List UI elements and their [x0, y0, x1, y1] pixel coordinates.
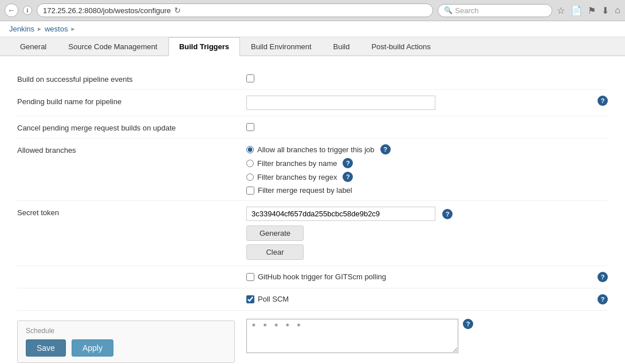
browser-toolbar: ☆ 📄 ⚑ ⬇ ⌂	[557, 5, 620, 16]
breadcrumb-westos[interactable]: westos	[45, 25, 68, 33]
browser-search[interactable]: 🔍 Search	[438, 4, 552, 17]
secret-token-label: Secret token	[17, 207, 246, 217]
poll-scm-control: Poll SCM ?	[246, 294, 608, 304]
schedule-help[interactable]: ?	[463, 319, 473, 329]
build-pipeline-row: Build on successful pipeline events	[17, 68, 608, 90]
filter-regex-help[interactable]: ?	[343, 172, 353, 182]
bookmark-icon[interactable]: ☆	[557, 5, 565, 16]
pocket-icon[interactable]: ⚑	[588, 5, 596, 16]
schedule-control: ?	[246, 319, 608, 353]
poll-scm-row: Poll SCM ?	[17, 288, 608, 311]
github-hook-control: GitHub hook trigger for GITScm polling ?	[246, 272, 608, 282]
radio-filter-regex: Filter branches by regex ?	[246, 172, 391, 182]
tab-build[interactable]: Build	[323, 37, 361, 56]
search-placeholder: Search	[455, 6, 478, 15]
radio-filter-label-text: Filter merge request by label	[258, 186, 352, 195]
github-hook-label: GitHub hook trigger for GITScm polling	[258, 272, 386, 281]
breadcrumb-sep-1: ►	[37, 26, 42, 32]
build-pipeline-checkbox[interactable]	[246, 74, 254, 82]
allowed-branches-control: Allow all branches to trigger this job ?…	[246, 144, 608, 195]
poll-scm-label: Poll SCM	[258, 295, 289, 303]
url-text: 172.25.26.2:8080/job/westos/configure	[43, 6, 171, 15]
pending-build-input[interactable]	[246, 96, 435, 110]
filter-name-help[interactable]: ?	[343, 158, 353, 168]
info-button[interactable]: i	[23, 6, 32, 15]
generate-button[interactable]: Generate	[246, 225, 304, 241]
allowed-branches-row: Allowed branches Allow all branches to t…	[17, 139, 608, 201]
pending-build-help[interactable]: ?	[598, 96, 608, 106]
back-button[interactable]: ←	[5, 3, 18, 17]
breadcrumb: Jenkins ► westos ►	[0, 21, 625, 37]
tab-build-env[interactable]: Build Environment	[240, 37, 323, 56]
breadcrumb-sep-2: ►	[70, 26, 76, 32]
radio-allow-all-label: Allow all branches to trigger this job	[257, 145, 375, 154]
schedule-label-area: Schedule Save Apply	[17, 319, 246, 363]
filter-label-checkbox[interactable]	[246, 187, 254, 195]
allowed-branches-label: Allowed branches	[17, 144, 246, 155]
page-content: General Source Code Management Build Tri…	[0, 37, 625, 364]
cancel-pending-control	[246, 122, 608, 131]
poll-scm-help[interactable]: ?	[598, 294, 608, 304]
poll-scm-spacer	[17, 294, 246, 296]
cancel-pending-row: Cancel pending merge request builds on u…	[17, 116, 608, 139]
radio-filter-regex-label: Filter branches by regex	[257, 173, 337, 181]
tab-source-code[interactable]: Source Code Management	[57, 37, 168, 56]
radio-allow-all-input[interactable]	[246, 146, 254, 153]
build-pipeline-label: Build on successful pipeline events	[17, 73, 246, 84]
build-pipeline-control	[246, 73, 608, 82]
tab-general[interactable]: General	[9, 37, 57, 56]
poll-scm-checkbox[interactable]	[246, 295, 254, 303]
cancel-pending-label: Cancel pending merge request builds on u…	[17, 122, 246, 132]
search-icon: 🔍	[444, 6, 453, 14]
github-hook-spacer	[17, 272, 246, 274]
branch-radio-group: Allow all branches to trigger this job ?…	[246, 144, 391, 195]
tab-build-triggers[interactable]: Build Triggers	[168, 37, 240, 56]
secret-token-control: ? Generate Clear	[246, 207, 608, 260]
cancel-pending-checkbox[interactable]	[246, 123, 254, 131]
github-hook-checkbox[interactable]	[246, 273, 254, 281]
radio-filter-name-label: Filter branches by name	[257, 159, 337, 168]
browser-chrome: ← i 172.25.26.2:8080/job/westos/configur…	[0, 0, 625, 21]
save-button[interactable]: Save	[26, 339, 66, 357]
token-buttons: Generate Clear	[246, 225, 304, 260]
secret-token-input[interactable]	[246, 207, 435, 221]
schedule-textarea[interactable]	[246, 319, 458, 353]
save-apply-row: Save Apply	[26, 339, 226, 357]
download-icon[interactable]: ⬇	[602, 5, 609, 16]
radio-filter-name-input[interactable]	[246, 160, 254, 167]
pending-build-control: ?	[246, 96, 608, 110]
schedule-row: Schedule Save Apply ?	[17, 311, 608, 364]
url-bar[interactable]: 172.25.26.2:8080/job/westos/configure ↻	[37, 3, 433, 17]
radio-filter-regex-input[interactable]	[246, 173, 254, 181]
radio-filter-label: Filter merge request by label	[246, 185, 391, 195]
reader-icon[interactable]: 📄	[571, 5, 582, 16]
secret-token-help[interactable]: ?	[442, 209, 453, 219]
allow-all-help[interactable]: ?	[380, 144, 391, 155]
apply-button[interactable]: Apply	[72, 339, 113, 357]
home-icon[interactable]: ⌂	[615, 5, 620, 16]
radio-filter-name: Filter branches by name ?	[246, 158, 391, 168]
pending-build-label: Pending build name for pipeline	[17, 96, 246, 106]
schedule-box-label: Schedule	[26, 327, 226, 335]
pending-build-row: Pending build name for pipeline ?	[17, 90, 608, 116]
tab-bar: General Source Code Management Build Tri…	[0, 37, 625, 56]
clear-button[interactable]: Clear	[246, 244, 304, 260]
github-hook-help[interactable]: ?	[598, 272, 608, 282]
form-container: Build on successful pipeline events Pend…	[0, 56, 625, 364]
schedule-box: Schedule Save Apply	[17, 321, 235, 363]
tab-post-build[interactable]: Post-build Actions	[360, 37, 441, 56]
github-hook-row: GitHub hook trigger for GITScm polling ?	[17, 266, 608, 288]
reload-button[interactable]: ↻	[174, 6, 181, 15]
secret-token-row: Secret token ? Generate Clear	[17, 201, 608, 266]
breadcrumb-jenkins[interactable]: Jenkins	[9, 25, 34, 33]
radio-allow-all: Allow all branches to trigger this job ?	[246, 144, 391, 155]
